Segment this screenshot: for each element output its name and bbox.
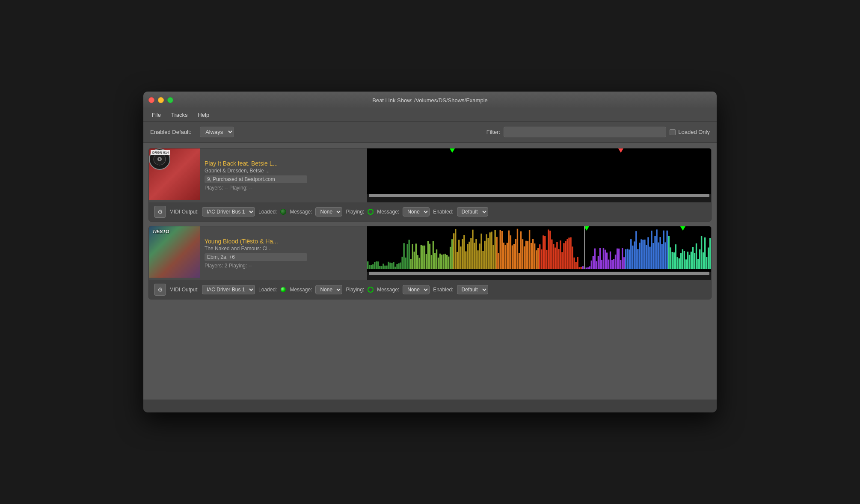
loaded-label-2: Loaded:	[258, 287, 277, 293]
traffic-lights	[148, 97, 173, 103]
enabled-default-select[interactable]: Always Never On Air	[200, 127, 234, 137]
svg-rect-196	[699, 249, 700, 269]
svg-rect-74	[489, 232, 490, 269]
svg-rect-156	[630, 239, 632, 269]
svg-rect-5	[371, 265, 372, 269]
svg-rect-100	[534, 243, 535, 269]
loaded-led-2	[280, 287, 286, 293]
svg-rect-35	[422, 246, 424, 269]
svg-rect-88	[513, 244, 515, 269]
svg-rect-58	[462, 239, 463, 269]
svg-rect-56	[458, 240, 460, 269]
message2-select-1[interactable]: None	[403, 207, 430, 216]
svg-rect-157	[632, 246, 633, 269]
svg-rect-126	[578, 267, 580, 269]
waveform-1[interactable]	[367, 148, 711, 202]
svg-rect-83	[505, 245, 506, 269]
svg-rect-101	[536, 250, 537, 269]
enabled-select-2[interactable]: Default	[457, 285, 488, 294]
svg-rect-171	[656, 229, 657, 269]
menu-help[interactable]: Help	[193, 110, 214, 120]
svg-rect-197	[701, 236, 702, 270]
svg-rect-15	[388, 262, 389, 269]
svg-rect-169	[652, 243, 654, 269]
svg-rect-170	[654, 236, 655, 269]
close-button[interactable]	[148, 97, 154, 103]
svg-rect-110	[551, 240, 552, 269]
message1-select-1[interactable]: None	[315, 207, 342, 216]
album-label-1: ORGN 014	[151, 150, 170, 155]
svg-rect-84	[507, 243, 508, 270]
menu-file[interactable]: File	[148, 110, 165, 120]
svg-rect-41	[433, 241, 434, 269]
menu-tracks[interactable]: Tracks	[167, 110, 192, 120]
svg-rect-76	[492, 245, 494, 269]
message2-select-2[interactable]: None	[403, 285, 430, 294]
svg-rect-20	[396, 264, 397, 269]
svg-rect-132	[589, 266, 590, 269]
svg-rect-90	[517, 229, 518, 269]
svg-rect-128	[582, 266, 584, 269]
waveform-scrollbar-2[interactable]	[367, 272, 711, 280]
svg-rect-46	[441, 255, 442, 269]
filter-input[interactable]	[504, 127, 666, 137]
svg-rect-60	[465, 252, 466, 270]
svg-rect-102	[537, 248, 539, 269]
svg-rect-153	[625, 249, 626, 270]
svg-rect-125	[577, 257, 578, 269]
loaded-only-checkbox[interactable]	[670, 129, 676, 135]
waveform-2[interactable]	[367, 226, 711, 280]
svg-rect-178	[668, 236, 670, 269]
svg-rect-155	[629, 249, 630, 269]
svg-rect-69	[480, 234, 482, 269]
svg-rect-182	[675, 244, 676, 269]
playing-label-1: Playing:	[346, 209, 364, 215]
minimize-button[interactable]	[158, 97, 164, 103]
svg-rect-77	[494, 230, 495, 269]
midi-output-select-2[interactable]: IAC Driver Bus 1	[202, 285, 255, 294]
midi-output-select-1[interactable]: IAC Driver Bus 1	[202, 207, 255, 216]
enabled-select-1[interactable]: Default	[457, 207, 488, 216]
svg-rect-181	[673, 252, 675, 269]
svg-rect-150	[620, 260, 621, 269]
waveform-scrollbar-1[interactable]	[367, 194, 711, 202]
svg-rect-134	[593, 256, 594, 270]
track-artist-2: The Naked and Famous: Cl...	[205, 246, 363, 252]
svg-rect-73	[487, 238, 489, 269]
menu-bar: File Tracks Help	[143, 109, 717, 122]
svg-rect-176	[664, 242, 666, 269]
svg-rect-45	[439, 254, 441, 269]
svg-rect-30	[414, 252, 415, 269]
svg-rect-71	[484, 241, 485, 269]
svg-rect-184	[679, 258, 680, 269]
message1-label-2: Message:	[290, 287, 312, 293]
svg-rect-10	[379, 266, 380, 269]
svg-rect-116	[561, 252, 563, 269]
svg-rect-136	[596, 261, 597, 270]
svg-rect-32	[417, 255, 418, 269]
svg-rect-4	[369, 265, 370, 269]
title-bar: Beat Link Show: /Volumes/DS/Shows/Exampl…	[143, 92, 717, 109]
svg-rect-55	[457, 252, 458, 269]
svg-rect-142	[606, 252, 608, 269]
svg-rect-6	[372, 264, 374, 269]
svg-rect-29	[412, 244, 413, 270]
svg-rect-139	[601, 260, 602, 269]
track-card-1: ORGN 014 Play It Back feat. Betsie L... …	[148, 148, 712, 222]
svg-rect-160	[637, 249, 638, 269]
maximize-button[interactable]	[167, 97, 173, 103]
playing-led-1	[368, 209, 374, 215]
gear-button-2[interactable]: ⚙	[154, 284, 166, 296]
status-bar	[143, 400, 717, 412]
message1-select-2[interactable]: None	[315, 285, 342, 294]
track-players-1: Players: -- Playing: --	[205, 185, 363, 191]
svg-rect-103	[539, 244, 540, 269]
svg-rect-172	[658, 243, 659, 269]
gear-button-1[interactable]: ⚙	[154, 206, 166, 218]
svg-rect-133	[591, 261, 592, 269]
svg-rect-115	[560, 240, 561, 269]
waveform-svg-1	[367, 148, 711, 191]
message2-label-1: Message:	[377, 209, 399, 215]
track-info-2: Young Blood (Tiësto & Ha... The Naked an…	[200, 226, 367, 280]
svg-rect-144	[610, 252, 611, 269]
